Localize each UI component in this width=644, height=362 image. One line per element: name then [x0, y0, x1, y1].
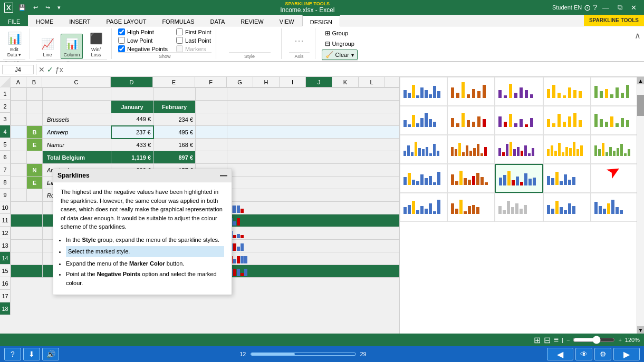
- row-header-5[interactable]: 5: [0, 138, 11, 151]
- tab-review[interactable]: REVIEW: [233, 15, 271, 26]
- col-header-a[interactable]: A: [11, 77, 26, 87]
- zoom-out-btn[interactable]: −: [566, 337, 570, 343]
- row-header-3[interactable]: 3: [0, 113, 11, 125]
- sparkline-cell[interactable]: [447, 193, 495, 222]
- antwerp-jan[interactable]: 237 €: [111, 126, 153, 139]
- col-header-j[interactable]: J: [306, 77, 332, 87]
- row-header-11[interactable]: 11: [0, 214, 11, 227]
- next-btn[interactable]: ▶: [613, 348, 640, 360]
- tab-view[interactable]: VIEW: [272, 15, 302, 26]
- column-type-btn[interactable]: 📊 Column: [61, 34, 83, 59]
- row-header-4[interactable]: 4: [0, 125, 11, 138]
- customize-btn[interactable]: ▾: [55, 3, 63, 12]
- collapse-ribbon-btn[interactable]: ∧: [635, 31, 641, 41]
- sparkline-cell[interactable]: [543, 193, 591, 222]
- sparkline-cell[interactable]: [591, 193, 637, 222]
- user-icon[interactable]: ⊙: [584, 3, 591, 13]
- undo-btn[interactable]: ↩: [31, 3, 40, 12]
- sparkline-cell[interactable]: [543, 164, 591, 193]
- page-layout-view-btn[interactable]: ⊟: [544, 335, 551, 345]
- markers-checkbox[interactable]: [176, 45, 183, 52]
- sparkline-cell[interactable]: [495, 135, 543, 164]
- help-btn[interactable]: ?: [593, 3, 597, 12]
- ungroup-btn[interactable]: ⊟ Ungroup: [322, 39, 358, 48]
- tab-file[interactable]: FILE: [0, 15, 28, 26]
- sparkline-cell[interactable]: [591, 135, 637, 164]
- page-break-view-btn[interactable]: ≡: [554, 335, 559, 345]
- row-header-12[interactable]: 12: [0, 227, 11, 239]
- col-header-i[interactable]: I: [280, 77, 306, 87]
- tab-formulas[interactable]: FORMULAS: [154, 15, 202, 26]
- col-header-b[interactable]: B: [26, 77, 42, 87]
- tutorial-minimize-btn[interactable]: —: [220, 171, 227, 180]
- download-nav-btn[interactable]: ⬇: [23, 348, 40, 360]
- row-header-18[interactable]: 18: [0, 302, 11, 315]
- col-header-f[interactable]: F: [195, 77, 227, 87]
- eye-btn[interactable]: 👁: [575, 348, 592, 360]
- row-header-2[interactable]: 2: [0, 100, 11, 113]
- sparkline-cell-selected[interactable]: [495, 164, 543, 193]
- col-header-h[interactable]: H: [253, 77, 280, 87]
- col-header-e[interactable]: E: [153, 77, 195, 87]
- accept-formula-btn[interactable]: ✓: [47, 65, 53, 74]
- first-point-checkbox-row[interactable]: First Point: [176, 28, 212, 35]
- prev-btn[interactable]: ◀: [547, 348, 573, 360]
- sparkline-cell[interactable]: [543, 77, 591, 106]
- col-header-c[interactable]: C: [42, 77, 111, 87]
- sparkline-cell[interactable]: [543, 106, 591, 135]
- sound-nav-btn[interactable]: 🔊: [42, 348, 59, 360]
- sparkline-cell[interactable]: [447, 106, 495, 135]
- row-header-10[interactable]: 10: [0, 201, 11, 214]
- sparkline-cell[interactable]: [400, 77, 447, 106]
- row-header-6[interactable]: 6: [0, 151, 11, 163]
- row-header-1[interactable]: 1: [0, 87, 11, 100]
- settings-btn[interactable]: ⚙: [594, 348, 611, 360]
- win-loss-type-btn[interactable]: ⬛ Win/Loss: [85, 28, 107, 59]
- col-header-l[interactable]: L: [359, 77, 385, 87]
- tab-design[interactable]: DESIGN: [302, 15, 340, 26]
- scrollbar-thumb[interactable]: [637, 95, 644, 116]
- tab-page-layout[interactable]: PAGE LAYOUT: [98, 15, 154, 26]
- minimize-btn[interactable]: —: [599, 3, 612, 13]
- sparkline-cell[interactable]: [495, 106, 543, 135]
- last-point-checkbox-row[interactable]: Last Point: [176, 37, 212, 44]
- redo-btn[interactable]: ↪: [43, 3, 52, 12]
- row-header-9[interactable]: 9: [0, 189, 11, 201]
- sparkline-cell[interactable]: [495, 77, 543, 106]
- vertical-scrollbar[interactable]: ▲ ▼: [637, 77, 644, 334]
- col-header-g[interactable]: G: [227, 77, 253, 87]
- tab-insert[interactable]: INSERT: [61, 15, 98, 26]
- negative-points-checkbox-row[interactable]: Negative Points: [118, 45, 168, 52]
- cell-reference-input[interactable]: [2, 65, 34, 74]
- progress-bar[interactable]: [251, 353, 356, 356]
- row-header-13[interactable]: 13: [0, 239, 11, 252]
- last-point-checkbox[interactable]: [176, 37, 183, 44]
- zoom-slider[interactable]: [573, 336, 615, 344]
- row-header-14[interactable]: 14: [0, 252, 11, 265]
- negative-points-checkbox[interactable]: [118, 45, 125, 52]
- formula-input[interactable]: [65, 65, 642, 74]
- low-point-checkbox[interactable]: [118, 37, 125, 44]
- zoom-in-btn[interactable]: +: [618, 337, 621, 343]
- tab-home[interactable]: HOME: [28, 15, 61, 26]
- sparkline-cell[interactable]: [447, 77, 495, 106]
- row-header-15[interactable]: 15: [0, 265, 11, 277]
- sparkline-cell[interactable]: [400, 164, 447, 193]
- row-header-7[interactable]: 7: [0, 163, 11, 176]
- low-point-checkbox-row[interactable]: Low Point: [118, 37, 168, 44]
- save-quick-btn[interactable]: 💾: [16, 3, 28, 12]
- line-type-btn[interactable]: 📈 Line: [36, 34, 59, 59]
- sparkline-cell[interactable]: [591, 106, 637, 135]
- markers-checkbox-row[interactable]: Markers: [176, 45, 212, 52]
- sparkline-cell[interactable]: [447, 164, 495, 193]
- row-header-8[interactable]: 8: [0, 176, 11, 189]
- high-point-checkbox-row[interactable]: High Point: [118, 28, 168, 35]
- clear-btn[interactable]: 🧹 Clear ▾: [322, 50, 358, 60]
- row-header-17[interactable]: 17: [0, 290, 11, 302]
- col-header-d[interactable]: D: [111, 77, 153, 87]
- high-point-checkbox[interactable]: [118, 28, 125, 35]
- sparkline-cell[interactable]: [591, 77, 637, 106]
- insert-function-btn[interactable]: ƒx: [55, 65, 63, 74]
- sparkline-cell[interactable]: [543, 135, 591, 164]
- group-btn[interactable]: ⊞ Group: [322, 28, 358, 38]
